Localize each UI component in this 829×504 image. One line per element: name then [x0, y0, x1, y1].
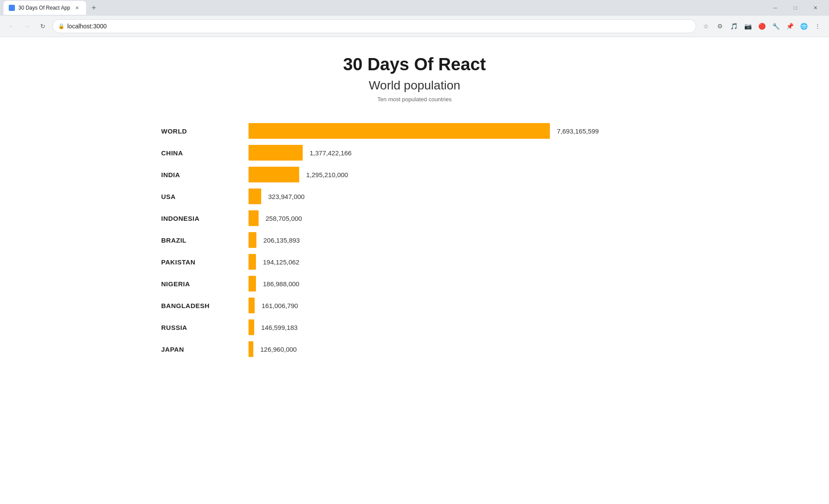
main-title: 30 Days Of React [161, 55, 668, 74]
bar-area: 194,125,062 [249, 254, 668, 270]
population-bar [249, 210, 259, 226]
bar-area: 7,693,165,599 [249, 123, 668, 139]
population-bar [249, 232, 256, 248]
extension-icon-3[interactable]: 📷 [742, 20, 754, 32]
tab-title: 30 Days Of React App [18, 5, 70, 11]
extension-icon-1[interactable]: ⚙ [714, 20, 726, 32]
chart-row: INDIA1,295,210,000 [161, 164, 668, 185]
chart-row: RUSSIA146,599,183 [161, 316, 668, 338]
chart-container: WORLD7,693,165,599CHINA1,377,422,166INDI… [161, 120, 668, 360]
address-bar-row: ← → ↻ 🔒 localhost:3000 ☆ ⚙ 🎵 📷 🔴 🔧 📌 🌐 ⋮ [0, 16, 829, 37]
population-bar [249, 276, 256, 291]
bar-area: 258,705,000 [249, 210, 668, 226]
toolbar-icons: ☆ ⚙ 🎵 📷 🔴 🔧 📌 🌐 ⋮ [700, 20, 824, 32]
population-value: 194,125,062 [263, 258, 320, 266]
address-bar[interactable]: 🔒 localhost:3000 [52, 19, 696, 33]
chart-row: NIGERIA186,988,000 [161, 273, 668, 295]
population-bar [249, 145, 303, 161]
description: Ten most populated countries [161, 96, 668, 103]
extension-icon-4[interactable]: 🔴 [756, 20, 768, 32]
population-bar [249, 167, 299, 182]
extension-icon-7[interactable]: 🌐 [798, 20, 810, 32]
extension-icon-5[interactable]: 🔧 [770, 20, 782, 32]
population-bar [249, 298, 255, 313]
country-label: NIGERIA [161, 280, 249, 288]
population-value: 258,705,000 [266, 215, 322, 222]
browser-chrome: 30 Days Of React App ✕ + ─ □ ✕ ← → ↻ 🔒 l… [0, 0, 829, 37]
page-content: 30 Days Of React World population Ten mo… [152, 37, 677, 377]
country-label: INDIA [161, 171, 249, 178]
menu-button[interactable]: ⋮ [812, 20, 824, 32]
country-label: BRAZIL [161, 237, 249, 244]
window-controls: ─ □ ✕ [765, 0, 826, 16]
population-value: 126,960,000 [260, 346, 317, 353]
tab-close-button[interactable]: ✕ [74, 4, 81, 11]
active-tab[interactable]: 30 Days Of React App ✕ [3, 1, 86, 15]
bookmark-icon[interactable]: ☆ [700, 20, 712, 32]
population-bar [249, 254, 256, 270]
population-bar [249, 189, 261, 204]
chart-row: BRAZIL206,135,893 [161, 229, 668, 251]
country-label: INDONESIA [161, 215, 249, 222]
country-label: USA [161, 193, 249, 200]
tab-bar: 30 Days Of React App ✕ + ─ □ ✕ [0, 0, 829, 16]
bar-area: 1,377,422,166 [249, 145, 668, 161]
lock-icon: 🔒 [58, 23, 65, 29]
bar-area: 323,947,000 [249, 189, 668, 204]
bar-area: 161,006,790 [249, 298, 668, 313]
population-value: 1,377,422,166 [310, 149, 366, 157]
population-bar [249, 319, 254, 335]
back-button[interactable]: ← [5, 20, 17, 32]
population-value: 206,135,893 [263, 237, 320, 244]
chart-row: WORLD7,693,165,599 [161, 120, 668, 142]
forward-button[interactable]: → [21, 20, 33, 32]
url-text: localhost:3000 [67, 23, 691, 30]
population-bar [249, 341, 253, 357]
bar-area: 126,960,000 [249, 341, 668, 357]
population-value: 7,693,165,599 [557, 127, 614, 135]
close-window-button[interactable]: ✕ [805, 0, 826, 16]
population-value: 161,006,790 [262, 302, 318, 309]
country-label: JAPAN [161, 346, 249, 353]
population-value: 186,988,000 [263, 280, 320, 288]
chart-row: INDONESIA258,705,000 [161, 207, 668, 229]
bar-area: 146,599,183 [249, 319, 668, 335]
country-label: WORLD [161, 127, 249, 135]
minimize-button[interactable]: ─ [765, 0, 785, 16]
chart-row: USA323,947,000 [161, 185, 668, 207]
country-label: RUSSIA [161, 324, 249, 331]
population-value: 323,947,000 [268, 193, 325, 200]
bar-area: 1,295,210,000 [249, 167, 668, 182]
extension-icon-2[interactable]: 🎵 [728, 20, 740, 32]
bar-area: 186,988,000 [249, 276, 668, 291]
tab-favicon [9, 5, 15, 11]
country-label: CHINA [161, 149, 249, 157]
chart-row: PAKISTAN194,125,062 [161, 251, 668, 273]
new-tab-button[interactable]: + [88, 2, 100, 14]
sub-title: World population [161, 79, 668, 93]
population-value: 146,599,183 [261, 324, 318, 331]
bar-area: 206,135,893 [249, 232, 668, 248]
country-label: BANGLADESH [161, 302, 249, 309]
population-value: 1,295,210,000 [306, 171, 363, 178]
chart-row: CHINA1,377,422,166 [161, 142, 668, 164]
chart-row: BANGLADESH161,006,790 [161, 295, 668, 316]
extension-icon-6[interactable]: 📌 [784, 20, 796, 32]
population-bar [249, 123, 550, 139]
chart-row: JAPAN126,960,000 [161, 338, 668, 360]
maximize-button[interactable]: □ [785, 0, 805, 16]
country-label: PAKISTAN [161, 258, 249, 266]
refresh-button[interactable]: ↻ [37, 20, 49, 32]
